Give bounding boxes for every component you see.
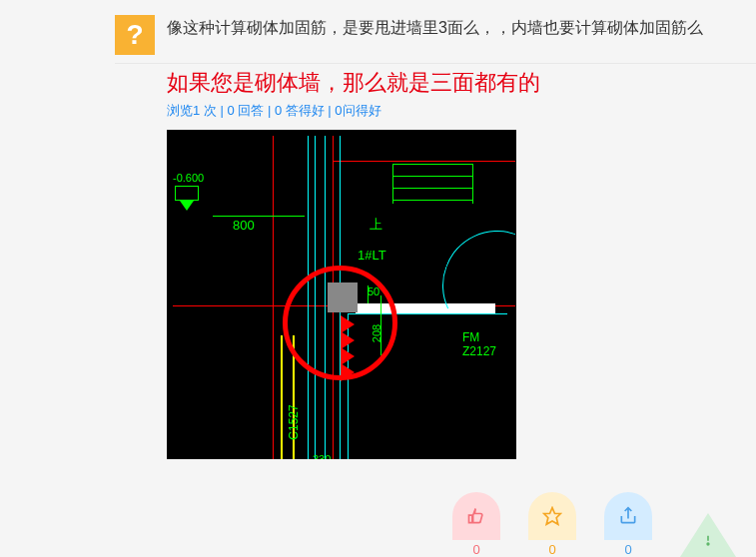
favorite-count: 0 [548, 542, 555, 557]
question-icon: ? [115, 15, 155, 55]
svg-point-2 [707, 543, 709, 545]
elevation-marker [175, 186, 199, 201]
share-count: 0 [624, 542, 631, 557]
answer-overlay-text: 如果您是砌体墙，那么就是三面都有的 [167, 68, 756, 98]
thumbs-up-icon [452, 492, 500, 540]
question-title: 像这种计算砌体加固筋，是要甩进墙里3面么，，内墙也要计算砌体加固筋么 [167, 15, 703, 41]
highlight-circle [283, 266, 397, 380]
report-button[interactable] [680, 513, 736, 557]
label-c: C1527 [287, 404, 301, 439]
label-fm: FM Z2127 [462, 330, 515, 358]
dim-330: 330 [313, 453, 331, 459]
dim-800: 800 [233, 218, 255, 233]
like-button[interactable]: 0 [452, 492, 500, 557]
answers-stat[interactable]: 0 回答 [227, 103, 264, 118]
good-question-stat[interactable]: 0问得好 [335, 103, 380, 118]
label-lt: 1#LT [358, 248, 386, 263]
label-up: 上 [370, 216, 382, 234]
good-answers-stat[interactable]: 0 答得好 [275, 103, 325, 118]
favorite-button[interactable]: 0 [528, 492, 576, 557]
action-bar: 0 0 0 [452, 492, 736, 557]
warning-icon [680, 513, 736, 557]
cad-drawing-image: -0.600 800 50 208 1#LT 上 FM Z2127 C1527 … [167, 130, 516, 459]
elevation-value: -0.600 [173, 172, 204, 184]
share-icon [604, 492, 652, 540]
star-icon [528, 492, 576, 540]
question-stats: 浏览1 次 | 0 回答 | 0 答得好 | 0问得好 [167, 102, 756, 120]
like-count: 0 [472, 542, 479, 557]
svg-marker-0 [544, 508, 561, 525]
share-button[interactable]: 0 [604, 492, 652, 557]
views-stat[interactable]: 浏览1 次 [167, 103, 217, 118]
